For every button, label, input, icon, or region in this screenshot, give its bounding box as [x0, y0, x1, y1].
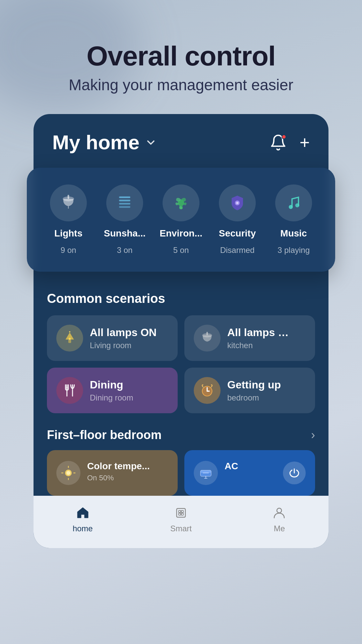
power-button[interactable]	[283, 462, 306, 484]
svg-rect-37	[181, 513, 183, 515]
svg-rect-3	[119, 197, 130, 198]
scenario-getting-up-room: bedroom	[227, 393, 281, 402]
scenario-lamp-kitchen-name: All lamps O...	[227, 326, 294, 339]
lamp-living-icon	[61, 330, 78, 346]
stat-sunshade-icon-wrap	[106, 184, 143, 221]
stat-security-icon-wrap	[219, 184, 256, 221]
scenario-lamp-kitchen-text: All lamps O... kitchen	[227, 326, 294, 350]
svg-point-11	[295, 203, 299, 207]
chevron-down-icon	[145, 137, 157, 149]
stat-lights[interactable]: Lights 9 on	[47, 184, 90, 255]
nav-smart-label: Smart	[170, 524, 192, 533]
svg-rect-16	[206, 332, 208, 335]
scenario-all-lamps-living[interactable]: All lamps ON Living room	[47, 315, 178, 361]
home-name: My home	[52, 131, 139, 154]
lights-label: Lights	[54, 228, 82, 239]
room-header: First–floor bedroom ›	[47, 428, 315, 442]
music-icon	[284, 193, 303, 213]
environ-value: 5 on	[173, 246, 189, 255]
page-title: Overall control	[0, 40, 362, 72]
device-ac-icon-wrap	[194, 461, 218, 485]
color-temp-icon	[61, 466, 76, 480]
lights-value: 9 on	[61, 246, 76, 255]
device-color-temp-icon-wrap	[56, 461, 80, 485]
scenario-getting-up-text: Getting up bedroom	[227, 379, 281, 402]
room-arrow-icon[interactable]: ›	[311, 428, 315, 442]
scenario-getting-up-icon-wrap	[194, 377, 221, 404]
page-header: Overall control Making your management e…	[0, 0, 362, 114]
svg-rect-35	[181, 511, 183, 513]
stat-security[interactable]: Security Disarmed	[216, 184, 259, 255]
scenarios-grid: All lamps ON Living room All lamps O... …	[47, 315, 315, 413]
device-ac[interactable]: AC	[184, 450, 315, 496]
svg-rect-5	[119, 203, 130, 205]
security-icon	[228, 193, 247, 213]
svg-rect-33	[177, 508, 185, 517]
nav-me-label: Me	[274, 524, 285, 533]
power-icon	[288, 467, 300, 479]
stat-lights-icon-wrap	[50, 184, 87, 221]
room-title: First–floor bedroom	[47, 428, 162, 442]
svg-point-9	[236, 202, 238, 204]
top-bar: My home +	[34, 114, 328, 167]
scenario-lamp-kitchen-icon-wrap	[194, 325, 221, 352]
scenario-dining-icon-wrap	[56, 377, 83, 404]
scenario-getting-up[interactable]: Getting up bedroom	[184, 368, 315, 413]
svg-rect-4	[119, 200, 130, 201]
security-value: Disarmed	[220, 246, 255, 255]
svg-rect-13	[69, 331, 70, 332]
scenario-dining-text: Dining Dining room	[90, 379, 133, 402]
security-label: Security	[219, 228, 256, 239]
scenario-getting-up-name: Getting up	[227, 379, 281, 391]
svg-rect-34	[179, 511, 181, 513]
music-value: 3 playing	[278, 246, 310, 255]
app-card: My home +	[34, 114, 328, 548]
device-color-temp-status: On 50%	[87, 474, 168, 482]
scenario-lamp-living-text: All lamps ON Living room	[90, 326, 157, 350]
environ-icon	[171, 193, 191, 213]
home-selector[interactable]: My home	[52, 131, 157, 154]
notification-button[interactable]	[269, 133, 288, 152]
stat-music[interactable]: Music 3 playing	[272, 184, 315, 255]
device-color-temp[interactable]: Color tempe... On 50%	[47, 450, 178, 496]
nav-smart[interactable]: Smart	[161, 505, 201, 533]
devices-grid: Color tempe... On 50%	[47, 450, 315, 496]
scenario-dining[interactable]: Dining Dining room	[47, 368, 178, 413]
svg-point-14	[69, 338, 71, 340]
lights-icon	[59, 193, 78, 213]
scenario-lamp-living-name: All lamps ON	[90, 326, 157, 339]
quick-stats-card: Lights 9 on Sunsha... 3 on	[27, 168, 335, 272]
home-nav-icon	[75, 505, 90, 521]
scenario-lamp-living-room: Living room	[90, 341, 157, 350]
scenario-dining-name: Dining	[90, 379, 133, 391]
stat-environ-icon-wrap	[163, 184, 199, 221]
scenario-all-lamps-kitchen[interactable]: All lamps O... kitchen	[184, 315, 315, 361]
svg-rect-12	[68, 339, 71, 343]
stat-music-icon-wrap	[275, 184, 312, 221]
add-button[interactable]: +	[300, 134, 310, 151]
nav-me[interactable]: Me	[259, 505, 299, 533]
scenario-lamp-living-icon-wrap	[56, 325, 83, 352]
device-ac-text: AC	[225, 461, 276, 472]
device-color-temp-text: Color tempe... On 50%	[87, 461, 168, 482]
alarm-icon	[199, 382, 216, 399]
sunshade-icon	[115, 193, 134, 213]
stat-environ[interactable]: Environ... 5 on	[159, 184, 203, 255]
scenarios-section-title: Common scenarios	[47, 291, 315, 306]
sunshade-value: 3 on	[117, 246, 133, 255]
stat-sunshade[interactable]: Sunsha... 3 on	[103, 184, 146, 255]
scenario-dining-room: Dining room	[90, 393, 133, 402]
nav-home[interactable]: home	[63, 505, 103, 533]
top-bar-actions: +	[269, 133, 310, 152]
music-label: Music	[280, 228, 307, 239]
dining-icon	[61, 382, 78, 399]
bottom-nav: home Smart Me	[34, 496, 328, 548]
me-nav-icon	[272, 505, 287, 521]
svg-rect-6	[119, 206, 130, 208]
ac-icon	[198, 466, 213, 480]
content-area: Common scenarios All lamps ON Living roo…	[34, 278, 328, 496]
svg-point-25	[66, 471, 70, 475]
svg-point-38	[277, 508, 282, 513]
notification-dot	[282, 135, 286, 139]
svg-rect-1	[68, 195, 69, 199]
